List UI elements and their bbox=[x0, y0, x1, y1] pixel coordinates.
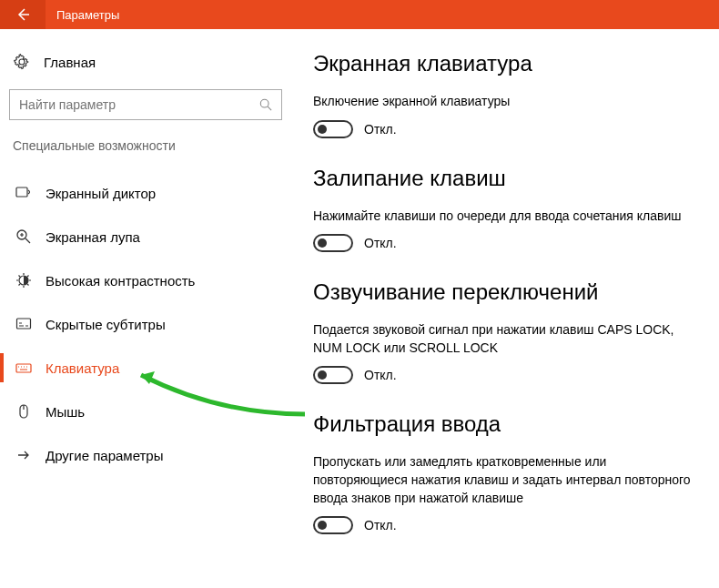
section-onscreen-keyboard: Экранная клавиатура Включение экранной к… bbox=[313, 51, 703, 138]
sidebar-item-other[interactable]: Другие параметры bbox=[9, 433, 282, 477]
sidebar-item-keyboard[interactable]: Клавиатура bbox=[9, 346, 282, 390]
back-button[interactable] bbox=[0, 0, 46, 29]
svg-rect-5 bbox=[16, 364, 31, 372]
svg-rect-4 bbox=[17, 319, 31, 329]
sidebar-item-captions[interactable]: Скрытые субтитры bbox=[9, 302, 282, 346]
sidebar-home-label: Главная bbox=[44, 55, 96, 70]
section-title: Фильтрация ввода bbox=[313, 411, 703, 437]
toggle-state: Откл. bbox=[364, 368, 397, 382]
sidebar-section-label: Специальные возможности bbox=[13, 138, 278, 153]
narrator-icon bbox=[15, 184, 33, 202]
section-title: Залипание клавиш bbox=[313, 166, 703, 191]
toggle-toggle-keys[interactable] bbox=[313, 366, 353, 384]
main-panel: Экранная клавиатура Включение экранной к… bbox=[291, 29, 719, 588]
toggle-state: Откл. bbox=[364, 518, 397, 532]
arrow-right-icon bbox=[15, 446, 33, 464]
section-desc: Включение экранной клавиатуры bbox=[313, 93, 703, 111]
captions-icon bbox=[15, 315, 33, 333]
sidebar-item-mouse[interactable]: Мышь bbox=[9, 390, 282, 433]
section-toggle-keys: Озвучивание переключений Подается звуков… bbox=[313, 279, 703, 384]
svg-rect-1 bbox=[16, 188, 27, 197]
search-input[interactable] bbox=[19, 97, 259, 112]
window-title: Параметры bbox=[56, 8, 119, 22]
section-title: Озвучивание переключений bbox=[313, 279, 703, 305]
section-title: Экранная клавиатура bbox=[313, 51, 703, 76]
toggle-filter-keys[interactable] bbox=[313, 516, 353, 534]
toggle-state: Откл. bbox=[364, 236, 397, 250]
contrast-icon bbox=[15, 271, 33, 289]
sidebar-item-label: Клавиатура bbox=[46, 360, 119, 376]
sidebar-item-narrator[interactable]: Экранный диктор bbox=[9, 171, 282, 215]
sidebar-item-label: Другие параметры bbox=[46, 448, 164, 463]
back-arrow-icon bbox=[15, 6, 31, 23]
keyboard-icon bbox=[15, 359, 33, 377]
toggle-onscreen-keyboard[interactable] bbox=[313, 120, 353, 138]
sidebar-item-label: Экранный диктор bbox=[46, 186, 156, 201]
sidebar-item-highcontrast[interactable]: Высокая контрастность bbox=[9, 259, 282, 302]
sidebar-item-label: Скрытые субтитры bbox=[46, 317, 166, 332]
mouse-icon bbox=[15, 402, 33, 421]
section-sticky-keys: Залипание клавиш Нажимайте клавиши по оч… bbox=[313, 166, 703, 253]
gear-icon bbox=[13, 53, 31, 71]
section-desc: Нажимайте клавиши по очереди для ввода с… bbox=[313, 208, 703, 226]
search-icon bbox=[259, 98, 272, 111]
section-filter-keys: Фильтрация ввода Пропускать или замедлят… bbox=[313, 411, 703, 534]
sidebar-item-magnifier[interactable]: Экранная лупа bbox=[9, 215, 282, 259]
sidebar-item-label: Экранная лупа bbox=[46, 229, 140, 245]
svg-point-0 bbox=[260, 99, 268, 107]
sidebar-item-label: Мышь bbox=[46, 404, 85, 420]
sidebar-item-label: Высокая контрастность bbox=[46, 273, 195, 289]
window-header: Параметры bbox=[0, 0, 719, 29]
toggle-state: Откл. bbox=[364, 122, 397, 137]
sidebar: Главная Специальные возможности Экранный… bbox=[0, 29, 291, 588]
search-box[interactable] bbox=[9, 89, 282, 120]
toggle-sticky-keys[interactable] bbox=[313, 234, 353, 252]
section-desc: Подается звуковой сигнал при нажатии кла… bbox=[313, 321, 703, 357]
magnifier-icon bbox=[15, 228, 33, 246]
sidebar-home[interactable]: Главная bbox=[9, 46, 282, 78]
section-desc: Пропускать или замедлять кратковременные… bbox=[313, 453, 703, 507]
